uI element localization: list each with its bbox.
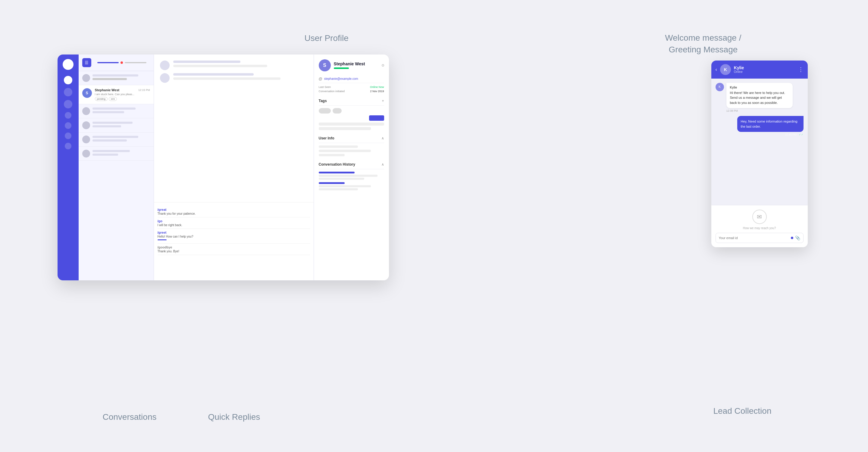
agent-bubble-1: Kylie Hi there! We are here to help you …: [726, 83, 793, 108]
history-line-2a: [319, 185, 371, 187]
conversation-item-stephanie[interactable]: S Stephanie West 12:15 PM I am stuck her…: [79, 85, 154, 104]
scene: ☰: [42, 30, 826, 422]
attachment-icon[interactable]: 📎: [795, 235, 800, 240]
conv-history-content: [319, 172, 384, 190]
widget-msg-user-bubble-1: Hey, Need some information regarding the…: [737, 116, 804, 136]
history-line-1a: [319, 175, 377, 177]
reach-prompt: How we may reach you?: [743, 226, 776, 230]
online-indicator: [334, 67, 349, 69]
sidebar-icon-notifications[interactable]: [65, 132, 71, 139]
agent-msg-text-1: Hi there! We are here to help you out. S…: [730, 90, 789, 105]
tag-chip-1: [319, 108, 331, 114]
at-icon: @: [319, 77, 322, 81]
history-entry-2: [319, 182, 384, 190]
search-icon[interactable]: ☰: [82, 58, 91, 67]
profile-header: S Stephanie West: [319, 59, 384, 71]
user-info-title: User Info: [319, 136, 334, 140]
qr-text-go: I will be right back.: [158, 223, 310, 227]
conv-placeholder-1: [79, 71, 154, 85]
widget-header: ‹ K Kylie Online ⋮: [711, 61, 808, 78]
tags-area: [319, 108, 384, 130]
info-line-1: [319, 146, 358, 148]
history-line-1b: [319, 178, 365, 180]
qr-shortcut-go: /go: [158, 219, 310, 223]
sidebar-icon-home[interactable]: [64, 76, 72, 84]
qr-item-greet[interactable]: /greet Hello! How can I help you?: [158, 229, 310, 244]
read-tick: ✓✓: [799, 133, 804, 136]
qr-item-go[interactable]: /go I will be right back.: [158, 218, 310, 229]
widget-agent-status: Online: [734, 70, 744, 73]
info-line-2: [319, 150, 371, 152]
widget-messages: K Kylie Hi there! We are here to help yo…: [711, 78, 808, 205]
user-info-chevron: ∧: [381, 136, 384, 140]
sidebar-icon-chat[interactable]: [64, 88, 72, 96]
qr-shortcut-goodbye: /goodbye: [158, 246, 310, 249]
conv-name: Stephanie West: [95, 88, 120, 92]
main-chat: /great Thank you for your patience. /go …: [154, 55, 314, 280]
widget-back-button[interactable]: ‹: [716, 67, 717, 72]
widget-msg-agent-1: K Kylie Hi there! We are here to help yo…: [716, 83, 804, 112]
conv-avatar-stephanie: S: [82, 88, 92, 98]
email-input-field[interactable]: [719, 236, 789, 240]
conv-history-section-header: Conversation History ∧: [319, 160, 384, 169]
filter-dot: [121, 61, 123, 64]
tag-add-button[interactable]: [369, 115, 384, 121]
conv-placeholder-3: [79, 118, 154, 132]
tag-line-1: [319, 108, 384, 114]
profile-name-area: Stephanie West: [334, 61, 365, 69]
profile-avatar: S: [319, 59, 331, 71]
tags-add-icon[interactable]: +: [382, 99, 384, 103]
history-line-2b: [319, 188, 358, 190]
qr-item-goodbye[interactable]: /goodbye Thank you. Bye!: [158, 244, 310, 255]
email-input-row[interactable]: 📎: [716, 233, 804, 243]
qr-shortcut-great: /great: [158, 208, 310, 212]
qr-text-greet: Hello! How can I help you?: [158, 235, 310, 238]
meta-value-lastseen: Online Now: [370, 86, 384, 89]
meta-label-lastseen: Last Seen: [319, 86, 331, 89]
tags-title: Tags: [319, 99, 327, 103]
meta-label-convinit: Conversation initiated: [319, 90, 345, 93]
profile-dot-indicator: [382, 64, 384, 67]
chat-widget-mockup: ‹ K Kylie Online ⋮ K Kylie Hi there! We …: [711, 61, 808, 247]
user-info-content: [319, 146, 384, 156]
email-collection-area: ✉ How we may reach you? 📎: [711, 205, 808, 247]
conv-placeholder-2: [79, 104, 154, 118]
label-conversations: Conversations: [103, 412, 157, 422]
widget-menu-button[interactable]: ⋮: [798, 66, 804, 73]
widget-agent-info: Kylie Online: [734, 65, 744, 73]
label-welcome-message: Welcome message / Greeting Message: [665, 32, 741, 56]
info-line-3: [319, 154, 345, 156]
tag-placeholder-1: [319, 123, 384, 126]
conv-history-chevron: ∧: [381, 162, 384, 166]
conv-preview: I am stuck here. Can you pleas...: [95, 93, 150, 96]
conv-header: ☰: [79, 55, 154, 71]
sidebar-icon-help[interactable]: [65, 143, 71, 149]
filter-bar: [94, 59, 150, 66]
sidebar-icon-settings[interactable]: [65, 112, 71, 119]
user-msg-text-1: Hey, Need some information regarding the…: [741, 119, 800, 129]
user-info-section-header: User Info ∧: [319, 134, 384, 143]
agent-msg-time-1: 12:38 PM: [726, 109, 793, 112]
profile-meta: Last Seen Online Now Conversation initia…: [319, 86, 384, 93]
meta-row-lastseen: Last Seen Online Now: [319, 86, 384, 89]
conv-tag-pending: pending: [95, 97, 107, 101]
tag-placeholder-2: [319, 127, 371, 130]
conv-tags: pending emi: [95, 97, 150, 101]
desktop-mockup: ☰: [58, 55, 389, 280]
label-quickreplies: Quick Replies: [208, 412, 260, 422]
qr-active-bar: [158, 239, 166, 240]
qr-item-great[interactable]: /great Thank you for your patience.: [158, 206, 310, 218]
sidebar-icon-reports[interactable]: [65, 122, 71, 129]
quick-replies-area: /great Thank you for your patience. /go …: [154, 202, 314, 280]
conv-details: Stephanie West 12:15 PM I am stuck here.…: [95, 88, 150, 101]
meta-row-convinit: Conversation initiated 2 Nov 2019: [319, 90, 384, 93]
sidebar-icon-inbox[interactable]: [64, 100, 72, 108]
sidebar: [58, 55, 79, 280]
meta-value-convinit: 2 Nov 2019: [370, 90, 384, 93]
label-lead-collection: Lead Collection: [713, 406, 771, 416]
user-bubble-1: Hey, Need some information regarding the…: [737, 116, 804, 132]
email-input-dot: [791, 237, 793, 239]
conv-placeholder-4: [79, 132, 154, 147]
history-bar-2: [319, 182, 345, 184]
history-bar-1: [319, 172, 354, 173]
